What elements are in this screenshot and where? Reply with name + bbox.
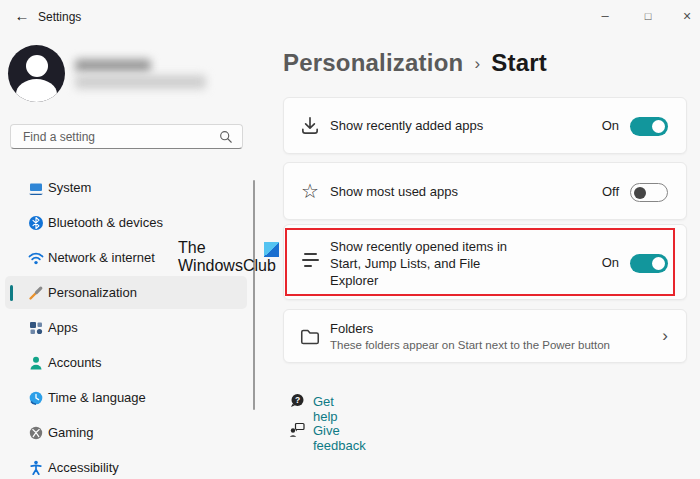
sidebar-item-accounts[interactable]: Accounts	[0, 345, 253, 380]
search-input[interactable]	[11, 125, 242, 148]
toggle-recently-added-apps[interactable]	[630, 117, 668, 136]
sidebar-item-bluetooth[interactable]: Bluetooth & devices	[0, 205, 253, 240]
star-icon: ☆	[299, 180, 321, 202]
window-title: Settings	[38, 10, 81, 24]
back-button[interactable]: ←	[10, 6, 34, 26]
setting-label: Show most used apps	[330, 184, 458, 199]
gaming-icon	[28, 425, 44, 441]
setting-description: These folders appear on Start next to th…	[330, 339, 610, 351]
link-label: Get help	[313, 394, 338, 424]
system-icon	[28, 180, 44, 196]
accessibility-icon	[28, 460, 44, 476]
thewindowsclub-logo-icon	[264, 242, 279, 257]
settings-window: ← Settings – □ × System	[0, 0, 700, 479]
thewindowsclub-watermark: The WindowsClub	[178, 239, 276, 275]
network-icon	[28, 250, 44, 266]
chevron-right-icon: ›	[662, 326, 668, 346]
titlebar: ← Settings – □ ×	[0, 0, 700, 32]
search-icon	[219, 130, 233, 144]
search-box	[10, 124, 243, 149]
link-label: Give feedback	[313, 423, 366, 453]
toggle-state-label: On	[602, 118, 619, 133]
breadcrumb: Personalization›Start	[283, 49, 547, 77]
sidebar-item-system[interactable]: System	[0, 170, 253, 205]
get-help-icon: ?	[289, 393, 305, 409]
avatar	[8, 45, 65, 102]
maximize-button[interactable]: □	[633, 4, 663, 28]
selected-accent-bar	[10, 285, 13, 301]
sidebar-item-gaming[interactable]: Gaming	[0, 415, 253, 450]
sidebar-item-apps[interactable]: Apps	[0, 310, 253, 345]
setting-label: Show recently added apps	[330, 118, 483, 133]
page-title: Start	[491, 49, 547, 76]
setting-row-recently-opened-items[interactable]: Show recently opened items in Start, Jum…	[283, 224, 687, 300]
folder-icon	[299, 326, 321, 348]
breadcrumb-parent[interactable]: Personalization	[283, 49, 463, 76]
minimize-button[interactable]: –	[590, 4, 620, 28]
setting-label: Show recently opened items in Start, Jum…	[330, 238, 507, 289]
give-feedback-icon	[289, 422, 305, 438]
setting-row-most-used-apps[interactable]: ☆ Show most used apps Off	[283, 162, 687, 220]
profile-name-blurred	[75, 59, 151, 72]
bluetooth-icon	[28, 215, 44, 231]
toggle-recently-opened-items[interactable]	[630, 254, 668, 273]
accounts-icon	[28, 355, 44, 371]
download-icon	[299, 115, 321, 137]
sidebar-scrollbar[interactable]	[253, 180, 255, 410]
sidebar-item-time-language[interactable]: Time & language	[0, 380, 253, 415]
sidebar-item-accessibility[interactable]: Accessibility	[0, 450, 253, 479]
recent-items-icon	[302, 253, 320, 271]
toggle-state-label: On	[602, 255, 619, 270]
personalization-icon	[28, 285, 44, 301]
breadcrumb-separator: ›	[463, 54, 491, 73]
sidebar-item-personalization[interactable]: Personalization	[0, 275, 253, 310]
toggle-state-label: Off	[602, 184, 619, 199]
close-button[interactable]: ×	[672, 4, 700, 28]
setting-row-recently-added-apps[interactable]: Show recently added apps On	[283, 97, 687, 154]
toggle-most-used-apps[interactable]	[630, 183, 668, 202]
apps-icon	[28, 320, 44, 336]
sidebar-nav: System Bluetooth & devices Network & int…	[0, 170, 253, 479]
profile-email-blurred	[75, 75, 206, 89]
time-language-icon	[28, 390, 44, 406]
setting-label: Folders	[330, 321, 373, 336]
svg-text:?: ?	[295, 395, 300, 405]
setting-row-folders[interactable]: Folders These folders appear on Start ne…	[283, 309, 687, 363]
